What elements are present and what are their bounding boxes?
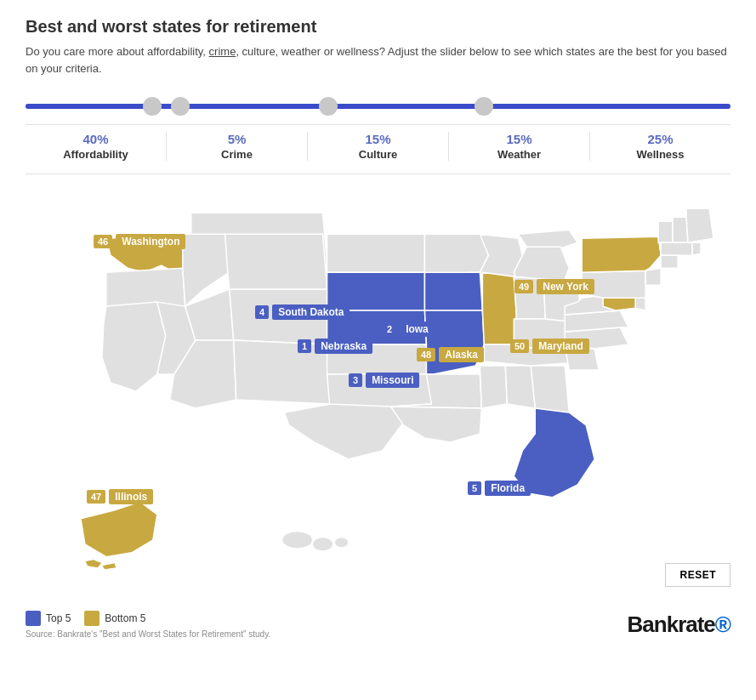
name-maryland: Maryland xyxy=(532,339,589,354)
legend-top5: Top 5 xyxy=(26,611,71,626)
crime-percent: 5% xyxy=(171,132,303,146)
weather-percent: 15% xyxy=(453,132,585,146)
slider-thumb-4[interactable] xyxy=(475,97,493,116)
state-rhode-island xyxy=(692,242,701,255)
legend-top-label: Top 5 xyxy=(46,612,71,624)
rank-alaska: 47 xyxy=(87,490,105,504)
rank-new-york: 49 xyxy=(514,280,533,293)
name-alaska: Illinois xyxy=(109,489,153,504)
slider-labels: 40% Affordability 5% Crime 15% Culture 1… xyxy=(26,124,730,161)
label-nebraska: 1 Nebraska xyxy=(298,339,372,354)
label-south-dakota: 4 South Dakota xyxy=(255,304,350,320)
rank-iowa: 2 xyxy=(383,322,396,336)
legend-color-top xyxy=(26,611,41,626)
crime-name: Crime xyxy=(171,148,303,161)
label-iowa: 2 Iowa xyxy=(383,322,435,337)
divider xyxy=(26,174,730,174)
wellness-name: Wellness xyxy=(594,148,726,161)
name-iowa: Iowa xyxy=(400,322,435,337)
label-affordability: 40% Affordability xyxy=(26,132,167,161)
slider-thumb-2[interactable] xyxy=(171,97,190,116)
label-missouri: 3 Missouri xyxy=(349,373,419,388)
slider-section: 40% Affordability 5% Crime 15% Culture 1… xyxy=(26,94,730,161)
label-weather: 15% Weather xyxy=(449,132,590,161)
rank-maryland: 50 xyxy=(510,339,529,353)
rank-nebraska: 1 xyxy=(298,339,311,353)
state-new-york xyxy=(582,236,661,272)
label-illinois: 48 Alaska xyxy=(417,347,484,362)
reset-button[interactable]: RESET xyxy=(665,563,730,587)
label-florida: 5 Florida xyxy=(468,481,531,496)
name-south-dakota: South Dakota xyxy=(272,304,350,320)
source-text: Source: Bankrate's "Best and Worst State… xyxy=(26,629,270,639)
name-nebraska: Nebraska xyxy=(315,339,372,354)
label-washington: 46 Washington xyxy=(94,234,185,249)
state-vermont xyxy=(658,221,673,242)
state-north-dakota xyxy=(327,234,425,272)
slider-thumb-3[interactable] xyxy=(319,97,338,116)
state-oregon xyxy=(106,268,185,306)
state-iowa xyxy=(424,272,482,310)
slider-thumb-1[interactable] xyxy=(143,97,162,116)
state-missouri xyxy=(424,310,484,374)
legend-bottom5: Bottom 5 xyxy=(84,611,145,626)
affordability-name: Affordability xyxy=(30,148,162,161)
rank-illinois: 48 xyxy=(417,348,435,361)
label-maryland: 50 Maryland xyxy=(510,339,589,354)
state-delaware xyxy=(635,298,645,310)
name-missouri: Missouri xyxy=(366,373,419,388)
slider-track[interactable] xyxy=(26,94,730,119)
weather-name: Weather xyxy=(453,148,585,161)
rank-south-dakota: 4 xyxy=(255,305,269,319)
state-mississippi xyxy=(480,366,507,408)
svg-point-2 xyxy=(313,538,333,551)
state-massachusetts xyxy=(661,242,692,255)
page-title: Best and worst states for retirement xyxy=(26,17,730,37)
culture-percent: 15% xyxy=(312,132,444,146)
footer: Top 5 Bottom 5 Source: Bankrate's "Best … xyxy=(26,604,730,639)
wellness-percent: 25% xyxy=(594,132,726,146)
name-washington: Washington xyxy=(116,234,185,249)
state-new-jersey xyxy=(645,268,661,285)
label-new-york: 49 New York xyxy=(514,279,594,294)
legend-color-bottom xyxy=(84,611,99,626)
affordability-percent: 40% xyxy=(30,132,162,146)
map-section: 46 Washington 4 South Dakota 1 Nebraska … xyxy=(26,187,730,595)
state-maine xyxy=(686,208,713,242)
svg-point-3 xyxy=(335,538,349,548)
legend: Top 5 Bottom 5 xyxy=(26,611,270,626)
rank-florida: 5 xyxy=(468,481,481,495)
state-alabama xyxy=(505,366,535,408)
culture-name: Culture xyxy=(312,148,444,161)
name-florida: Florida xyxy=(485,481,531,496)
state-wyoming xyxy=(225,234,327,289)
track-fill xyxy=(26,104,730,109)
state-new-hampshire xyxy=(673,217,688,242)
name-new-york: New York xyxy=(537,279,594,294)
name-illinois: Alaska xyxy=(439,347,484,362)
legend-bottom-label: Bottom 5 xyxy=(105,612,145,624)
state-connecticut xyxy=(661,255,678,268)
label-crime: 5% Crime xyxy=(167,132,308,161)
label-wellness: 25% Wellness xyxy=(590,132,730,161)
footer-left: Top 5 Bottom 5 Source: Bankrate's "Best … xyxy=(26,611,270,639)
label-culture: 15% Culture xyxy=(308,132,449,161)
rank-washington: 46 xyxy=(94,235,112,248)
label-alaska: 47 Illinois xyxy=(87,489,153,504)
state-illinois xyxy=(482,272,516,344)
rank-missouri: 3 xyxy=(349,373,362,387)
svg-point-1 xyxy=(282,532,313,549)
logo-dot: ® xyxy=(715,612,730,637)
subtitle-text: Do you care more about affordability, cr… xyxy=(26,43,730,77)
bankrate-logo: Bankrate® xyxy=(628,612,730,638)
